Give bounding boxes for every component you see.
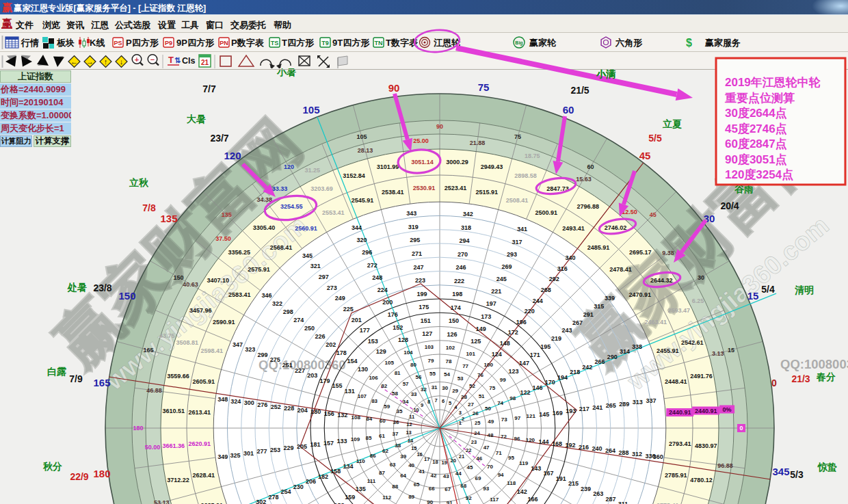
svg-text:2455.91: 2455.91 xyxy=(657,347,679,354)
svg-text:3.13: 3.13 xyxy=(712,350,724,357)
svg-text:72: 72 xyxy=(501,434,507,440)
svg-text:秋分: 秋分 xyxy=(42,461,62,472)
svg-text:2515.91: 2515.91 xyxy=(475,189,498,196)
svg-text:342: 342 xyxy=(463,211,473,217)
svg-text:252: 252 xyxy=(271,403,281,410)
svg-text:170: 170 xyxy=(545,379,555,386)
svg-text:板块: 板块 xyxy=(56,38,75,48)
svg-text:63: 63 xyxy=(390,462,396,468)
svg-text:150: 150 xyxy=(174,274,184,281)
svg-text:251: 251 xyxy=(282,362,293,369)
svg-text:313: 313 xyxy=(633,399,643,406)
svg-text:91: 91 xyxy=(447,500,453,504)
svg-text:291: 291 xyxy=(583,311,594,318)
svg-text:192: 192 xyxy=(565,442,575,449)
svg-text:2620.91: 2620.91 xyxy=(189,440,211,447)
svg-text:264: 264 xyxy=(605,447,615,454)
svg-text:T四方形: T四方形 xyxy=(282,38,315,48)
svg-text:25.00: 25.00 xyxy=(413,137,429,144)
svg-text:104: 104 xyxy=(403,349,413,356)
svg-text:7/7: 7/7 xyxy=(202,83,216,94)
svg-text:128: 128 xyxy=(398,336,408,343)
svg-text:2: 2 xyxy=(462,416,464,422)
svg-text:123: 123 xyxy=(508,368,518,375)
svg-text:180: 180 xyxy=(93,468,110,479)
svg-text:3661.36: 3661.36 xyxy=(163,442,185,449)
svg-text:3610.51: 3610.51 xyxy=(163,408,185,414)
svg-text:大暑: 大暑 xyxy=(187,114,206,124)
svg-text:122: 122 xyxy=(520,389,530,396)
svg-text:36: 36 xyxy=(393,419,399,425)
svg-text:Cls: Cls xyxy=(182,56,196,66)
svg-text:2493.41: 2493.41 xyxy=(562,225,585,232)
svg-text:23: 23 xyxy=(471,439,477,445)
svg-text:PN: PN xyxy=(220,40,228,47)
svg-text:51: 51 xyxy=(479,393,485,399)
svg-text:120: 120 xyxy=(224,150,241,161)
svg-text:69: 69 xyxy=(475,475,481,481)
svg-text:191: 191 xyxy=(556,475,566,482)
svg-text:338: 338 xyxy=(632,343,642,350)
svg-text:227: 227 xyxy=(295,367,305,374)
svg-text:272: 272 xyxy=(367,262,377,269)
svg-text:144: 144 xyxy=(538,438,548,445)
svg-text:87: 87 xyxy=(379,470,385,476)
svg-text:222: 222 xyxy=(454,278,464,284)
svg-text:61: 61 xyxy=(379,433,385,439)
svg-text:243: 243 xyxy=(561,327,572,334)
svg-text:59: 59 xyxy=(384,403,390,410)
svg-text:15: 15 xyxy=(728,347,734,354)
svg-text:24: 24 xyxy=(474,430,480,436)
svg-text:324: 324 xyxy=(230,398,241,405)
svg-text:112: 112 xyxy=(382,494,391,501)
svg-text:90: 90 xyxy=(388,82,400,94)
svg-text:220: 220 xyxy=(525,308,535,315)
svg-text:151: 151 xyxy=(421,317,431,324)
svg-text:196: 196 xyxy=(516,319,527,326)
svg-text:P9: P9 xyxy=(165,40,172,47)
svg-text:300: 300 xyxy=(244,399,254,406)
svg-text:P数字表: P数字表 xyxy=(231,38,265,48)
svg-text:124: 124 xyxy=(492,351,502,358)
svg-text:344: 344 xyxy=(352,224,362,231)
svg-text:3712.22: 3712.22 xyxy=(167,477,189,483)
svg-text:78: 78 xyxy=(445,358,451,364)
svg-text:347: 347 xyxy=(233,341,243,348)
svg-text:处暑: 处暑 xyxy=(67,282,87,293)
svg-text:109: 109 xyxy=(351,436,360,442)
svg-text:20/4: 20/4 xyxy=(720,200,739,211)
svg-text:247: 247 xyxy=(413,264,423,271)
svg-text:195: 195 xyxy=(540,343,551,350)
svg-text:65: 65 xyxy=(414,481,420,488)
svg-text:165: 165 xyxy=(143,347,153,354)
svg-text:5: 5 xyxy=(449,400,451,406)
svg-text:229: 229 xyxy=(283,445,293,451)
svg-text:惊蛰: 惊蛰 xyxy=(817,462,837,473)
svg-text:18.75: 18.75 xyxy=(525,152,540,159)
svg-text:7: 7 xyxy=(435,397,438,403)
svg-text:21/3: 21/3 xyxy=(791,373,810,384)
svg-text:43.75: 43.75 xyxy=(159,332,175,339)
svg-text:45: 45 xyxy=(466,464,473,470)
svg-text:→: → xyxy=(86,57,94,66)
svg-text:7/9: 7/9 xyxy=(69,373,83,384)
svg-text:106: 106 xyxy=(369,375,378,381)
svg-text:12.50: 12.50 xyxy=(622,209,637,215)
svg-text:129: 129 xyxy=(376,348,386,355)
svg-text:198: 198 xyxy=(452,291,462,297)
svg-text:345: 345 xyxy=(772,466,789,477)
svg-text:55: 55 xyxy=(429,371,436,377)
svg-text:215: 215 xyxy=(568,480,579,487)
svg-text:166: 166 xyxy=(527,496,538,503)
svg-text:↓: ↓ xyxy=(120,57,124,66)
svg-text:Big: Big xyxy=(515,40,522,46)
svg-text:42: 42 xyxy=(430,473,436,479)
svg-text:156: 156 xyxy=(324,410,334,417)
svg-text:2793.41: 2793.41 xyxy=(669,440,691,447)
svg-text:253: 253 xyxy=(270,447,280,453)
svg-text:21: 21 xyxy=(201,59,209,66)
svg-text:321: 321 xyxy=(310,263,321,269)
svg-text:131: 131 xyxy=(345,388,355,395)
svg-text:2746.02: 2746.02 xyxy=(605,224,627,231)
svg-text:2695.17: 2695.17 xyxy=(629,249,652,256)
